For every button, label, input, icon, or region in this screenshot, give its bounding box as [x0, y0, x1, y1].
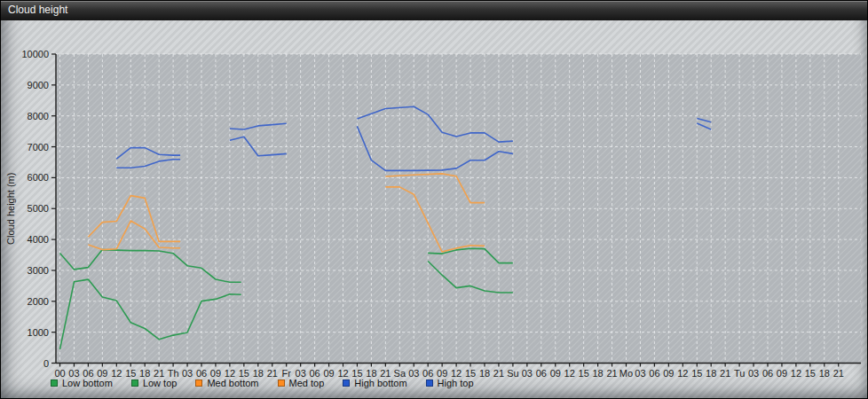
- legend-item-low-top: Low top: [131, 378, 178, 388]
- x-tick-label: 09: [663, 368, 674, 379]
- y-tick-label: 1000: [28, 327, 49, 338]
- x-tick-label: 12: [337, 368, 348, 379]
- window-titlebar[interactable]: Cloud height: [1, 1, 867, 20]
- x-tick-label: 21: [380, 368, 391, 379]
- legend-swatch-med-top: [278, 379, 285, 387]
- x-tick-label: 15: [125, 368, 136, 379]
- x-tick-label: 09: [210, 368, 221, 379]
- legend-item-high-bottom: High bottom: [343, 378, 406, 388]
- x-tick-label: 15: [579, 368, 589, 379]
- y-tick-label: 8000: [28, 111, 49, 121]
- y-tick-label: 10000: [21, 49, 49, 59]
- x-tick-label: 09: [550, 368, 561, 379]
- x-tick-label: 03: [296, 368, 306, 379]
- y-tick-label: 9000: [28, 80, 49, 90]
- x-tick-label: 06: [762, 368, 773, 379]
- x-tick-label: Tu: [734, 368, 745, 379]
- legend-swatch-low-top: [131, 379, 138, 387]
- x-tick-label: 06: [536, 368, 547, 379]
- x-tick-label: 15: [691, 368, 702, 379]
- legend-label: Low top: [143, 378, 178, 388]
- cloud-height-chart: 0100020003000400050006000700080009000100…: [1, 20, 868, 398]
- x-tick-label: 18: [592, 368, 603, 379]
- x-tick-label: 18: [253, 368, 264, 379]
- x-tick-label: 09: [97, 368, 107, 379]
- x-tick-label: 00: [54, 368, 65, 379]
- x-tick-label: 18: [366, 368, 376, 379]
- x-tick-label: 21: [606, 368, 617, 379]
- x-tick-label: Th: [168, 368, 179, 379]
- legend-swatch-med-bottom: [195, 379, 202, 387]
- x-tick-label: 09: [323, 368, 334, 379]
- x-tick-label: 03: [522, 368, 533, 379]
- y-tick-label: 7000: [28, 142, 49, 153]
- x-tick-label: 03: [68, 368, 79, 379]
- x-tick-label: 09: [437, 368, 447, 379]
- x-tick-label: 21: [267, 368, 278, 379]
- app-window: Cloud height 010002000300040005000600070…: [0, 0, 868, 399]
- x-tick-label: 15: [465, 368, 476, 379]
- x-tick-label: 03: [748, 368, 759, 379]
- y-tick-label: 6000: [28, 172, 49, 183]
- legend-label: Med top: [289, 378, 325, 388]
- y-tick-label: 4000: [28, 234, 49, 245]
- x-tick-label: 03: [408, 368, 419, 379]
- x-tick-label: 12: [111, 368, 122, 379]
- x-tick-label: 12: [451, 368, 462, 379]
- y-tick-label: 3000: [28, 265, 49, 276]
- legend-label: High bottom: [354, 378, 406, 388]
- x-tick-label: 15: [805, 368, 816, 379]
- y-axis-title: Cloud height (m): [5, 173, 16, 245]
- x-tick-label: 06: [649, 368, 659, 379]
- legend-label: Low bottom: [62, 378, 113, 388]
- x-tick-label: 21: [493, 368, 504, 379]
- y-tick-label: 0: [43, 358, 49, 369]
- x-tick-label: 12: [225, 368, 235, 379]
- x-tick-label: 18: [139, 368, 150, 379]
- x-tick-label: 06: [422, 368, 433, 379]
- x-tick-label: 06: [309, 368, 320, 379]
- legend-label: Med bottom: [207, 378, 258, 388]
- y-tick-label: 5000: [28, 203, 49, 214]
- legend-item-low-bottom: Low bottom: [51, 378, 113, 388]
- x-tick-label: 21: [833, 368, 844, 379]
- window-title: Cloud height: [8, 4, 67, 16]
- x-tick-label: 21: [154, 368, 164, 379]
- x-tick-label: Su: [507, 368, 518, 379]
- legend-swatch-high-top: [426, 379, 433, 387]
- x-tick-label: 09: [777, 368, 787, 379]
- chart-legend: Low bottomLow topMed bottomMed topHigh b…: [51, 378, 474, 388]
- legend-item-high-top: High top: [426, 378, 474, 388]
- legend-item-med-top: Med top: [278, 378, 325, 388]
- x-tick-label: 18: [819, 368, 830, 379]
- x-tick-label: Mo: [619, 368, 633, 379]
- x-tick-label: 15: [239, 368, 249, 379]
- y-tick-label: 2000: [28, 296, 49, 307]
- x-tick-label: 21: [720, 368, 730, 379]
- x-tick-label: 12: [564, 368, 575, 379]
- x-tick-label: 18: [706, 368, 716, 379]
- x-tick-label: 03: [635, 368, 645, 379]
- x-tick-label: 06: [196, 368, 207, 379]
- x-tick-label: 12: [677, 368, 688, 379]
- x-tick-label: 12: [791, 368, 801, 379]
- x-tick-label: 03: [182, 368, 193, 379]
- legend-swatch-low-bottom: [51, 379, 58, 387]
- x-tick-label: 18: [479, 368, 490, 379]
- x-tick-label: Fr: [282, 368, 292, 379]
- x-tick-label: 06: [83, 368, 93, 379]
- x-tick-label: Sa: [394, 368, 406, 379]
- legend-swatch-high-bottom: [343, 379, 350, 387]
- x-tick-label: 15: [351, 368, 362, 379]
- legend-label: High top: [438, 378, 474, 388]
- legend-item-med-bottom: Med bottom: [195, 378, 258, 388]
